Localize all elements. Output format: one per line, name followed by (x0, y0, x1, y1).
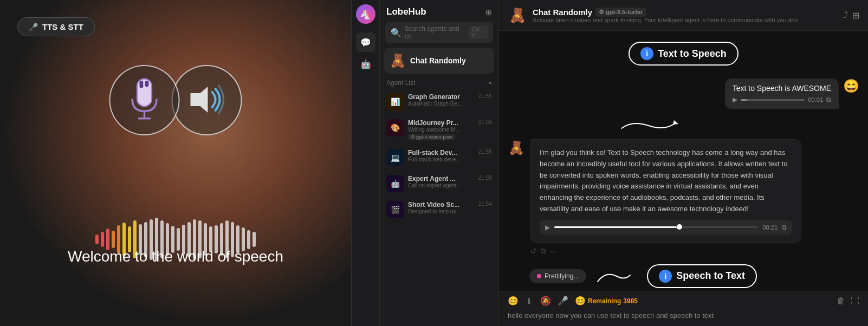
list-item[interactable]: 💻 Full-stack Dev... Full-stack web deve.… (380, 145, 498, 171)
chat-icon-btn[interactable]: 💬 (356, 32, 375, 52)
agent-name: Graph Generator (408, 93, 474, 101)
robot-icon-btn[interactable]: 🤖 (356, 54, 375, 74)
agent-time: 21:55 (478, 149, 492, 155)
agent-info: Expert Agent ... Call on expert agent... (408, 175, 474, 188)
chat-input-row[interactable]: hello everyone now you can use text to s… (508, 310, 859, 322)
svg-rect-2 (145, 81, 149, 87)
chat-header: 🧸 Chat Randomly ⚙ gpt-3.5-turbo Activate… (499, 0, 868, 31)
emoji-picker-icon[interactable]: 😊 (508, 296, 519, 306)
copy-action-icon[interactable]: ⧉ (541, 247, 546, 256)
chat-messages: i Text to Speech Text to Speech is AWESO… (499, 31, 868, 291)
play-icon[interactable]: ▶ (733, 96, 737, 103)
agent-audio-thumb (677, 224, 682, 230)
audio-progress-bar[interactable] (741, 99, 805, 101)
microphone-circle (109, 65, 180, 135)
new-chat-button[interactable]: ⊕ (485, 7, 492, 17)
wave-bar (252, 232, 256, 247)
wave-bar (112, 231, 115, 248)
tts-stt-badge[interactable]: 🎤 TTS & STT (17, 17, 95, 36)
sidebar-icons: 🦄 💬 🤖 (352, 0, 380, 326)
list-item[interactable]: 📊 Graph Generator Automatic Graph Ge... … (380, 89, 498, 115)
info-icon: i (640, 47, 653, 60)
agent-desc: Automatic Graph Ge... (408, 101, 474, 107)
refresh-icon[interactable]: ↺ (530, 247, 536, 256)
stt-row: Prettifying... i Speech to Text (529, 264, 859, 288)
badge-label: TTS & STT (42, 22, 83, 31)
agent-message-area: 🧸 I'm glad you think so! Text to Speech … (508, 139, 859, 256)
temperature-icon[interactable]: 🌡 (525, 296, 534, 306)
tts-callout-wrapper: i Text to Speech (508, 42, 859, 66)
chevron-down-icon[interactable]: ▾ (489, 80, 492, 87)
svg-rect-0 (137, 79, 152, 107)
agent-time: 21:55 (478, 119, 492, 125)
background-gradient (0, 0, 351, 326)
tts-callout: i Text to Speech (629, 42, 739, 66)
robot-small-icon: ⚙ (411, 134, 415, 140)
user-avatar-emoji: 😄 (843, 79, 859, 94)
chat-toolbar: 😊 🌡 🔕 🎤 😊 Remaining 3985 🗑 ⛶ hello every… (499, 291, 868, 326)
agent-info: Short Video Sc... Designed to help us... (408, 201, 474, 214)
wave-bar (177, 228, 180, 251)
agent-list-header: LobeHub ⊕ (380, 0, 498, 22)
agent-time: 21:54 (478, 201, 492, 207)
stt-swirl-svg (595, 265, 638, 287)
user-message-text: Text to Speech is AWESOME (733, 84, 831, 93)
swirl-svg (616, 118, 681, 134)
user-avatar[interactable]: 🦄 (356, 4, 375, 24)
chip-icon: ⚙ (599, 9, 604, 16)
agent-copy-icon[interactable]: ⧉ (782, 224, 787, 231)
active-chat-name: Chat Randomly (410, 56, 466, 65)
agent-play-icon[interactable]: ▶ (545, 224, 550, 231)
svg-marker-5 (191, 87, 208, 113)
speaker-circle (172, 65, 242, 135)
share-icon[interactable]: ⤴ (844, 10, 848, 21)
agent-audio-fill (554, 226, 677, 228)
active-chat-item[interactable]: 🧸 Chat Randomly (384, 48, 494, 74)
wave-bar (247, 230, 250, 249)
agent-desc: Designed to help us... (408, 208, 474, 214)
speaker-svg (185, 79, 229, 122)
agent-section-header: Agent List ▾ (380, 76, 498, 89)
list-item[interactable]: 🎨 MidJourney Pr... Writing awesome M... … (380, 115, 498, 145)
agent-thumb: 📊 (386, 93, 404, 110)
agent-section-title: Agent List (386, 79, 415, 87)
copy-icon[interactable]: ⧉ (826, 96, 831, 103)
sidebar-toggle-icon[interactable]: ⊞ (852, 10, 859, 21)
wave-bar (101, 232, 104, 247)
more-icon[interactable]: ··· (550, 247, 556, 256)
wave-bar (106, 229, 109, 250)
list-item[interactable]: 🤖 Expert Agent ... Call on expert agent.… (380, 171, 498, 197)
agent-bubble: I'm glad you think so! Text to Speech te… (530, 139, 801, 243)
mute-icon[interactable]: 🔕 (540, 296, 551, 306)
agent-message-container: I'm glad you think so! Text to Speech te… (530, 139, 801, 256)
user-message-area: Text to Speech is AWESOME ▶ 00:01 ⧉ 😄 (508, 79, 859, 109)
chat-area: 🧸 Chat Randomly ⚙ gpt-3.5-turbo Activate… (499, 0, 868, 326)
agent-tag: ⚙ gpt-4-vision-prev (408, 134, 455, 140)
agent-name: MidJourney Pr... (408, 119, 474, 127)
app-title: LobeHub (386, 6, 426, 17)
tts-callout-text: Text to Speech (658, 48, 727, 60)
maximize-icon[interactable]: ⛶ (851, 296, 859, 306)
search-bar[interactable]: 🔍 Search agents and cc Ctrl K (385, 22, 493, 43)
active-chat-emoji: 🧸 (390, 53, 406, 68)
mic-toolbar-icon[interactable]: 🎤 (558, 296, 568, 306)
user-bubble-container: Text to Speech is AWESOME ▶ 00:01 ⧉ (725, 79, 839, 109)
chat-header-actions: ⤴ ⊞ (844, 10, 859, 21)
agent-thumb: 🎬 (386, 201, 404, 218)
prettifying-text: Prettifying... (545, 272, 579, 280)
chat-agent-desc: Activate brain clusters and spark thinki… (533, 17, 804, 23)
agent-message-actions: ↺ ⧉ ··· (530, 247, 801, 256)
list-item[interactable]: 🎬 Short Video Sc... Designed to help us.… (380, 197, 498, 223)
toolbar-right-icons: 🗑 ⛶ (837, 296, 859, 306)
clear-icon[interactable]: 🗑 (837, 296, 845, 306)
agent-audio-progress[interactable] (554, 226, 758, 228)
chat-input-text: hello everyone now you can use text to s… (508, 311, 714, 320)
model-badge: ⚙ gpt-3.5-turbo (595, 8, 646, 17)
agent-thumb: 💻 (386, 149, 404, 166)
search-placeholder: Search agents and cc (405, 25, 466, 40)
agent-desc: Full-stack web deve... (408, 157, 474, 162)
stt-callout: i Speech to Text (647, 264, 757, 288)
audio-controls: ▶ 00:01 ⧉ (733, 96, 831, 103)
prettifying-badge[interactable]: Prettifying... (529, 269, 586, 283)
agent-info: Full-stack Dev... Full-stack web deve... (408, 149, 474, 162)
